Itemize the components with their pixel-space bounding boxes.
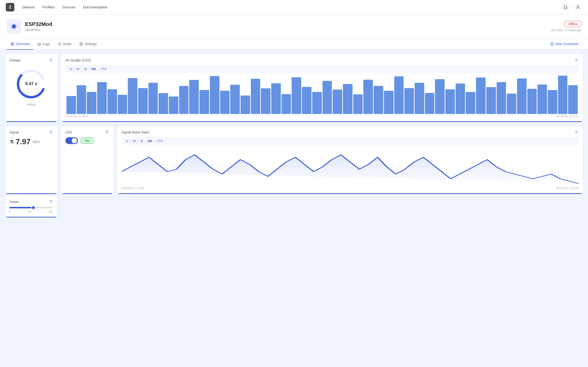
bar	[394, 76, 404, 114]
line-chart-svg	[121, 148, 579, 186]
svg-rect-2	[13, 24, 14, 25]
led-filter-icon[interactable]	[105, 130, 109, 134]
snr-tf-6m[interactable]: 6M	[146, 139, 153, 143]
tf-m[interactable]: M	[83, 67, 88, 71]
voltage-title: Voltage	[9, 58, 21, 62]
air-quality-filter-icon[interactable]	[574, 58, 579, 62]
bar	[230, 85, 240, 114]
signal-title-row: Signal	[9, 130, 53, 134]
signal-value: 7.97	[16, 137, 31, 146]
bar	[220, 91, 230, 114]
gauge-value-text: 9.47 v	[25, 81, 37, 86]
bar	[271, 83, 281, 114]
bar	[517, 78, 527, 114]
led-card-accent	[61, 193, 113, 194]
bar	[210, 76, 219, 114]
tf-w[interactable]: W	[75, 67, 81, 71]
bar	[107, 89, 117, 114]
bar	[527, 89, 537, 114]
bar	[476, 77, 486, 114]
bar	[486, 87, 496, 114]
air-quality-card-accent	[61, 121, 583, 122]
nav-logo[interactable]: Z	[6, 3, 14, 11]
signal-noise-title: Signal Noise Ratio	[121, 130, 149, 134]
bar	[282, 94, 291, 114]
bar	[333, 90, 342, 114]
power-card: Power 0 50 100	[5, 195, 57, 218]
nav-link-documentation[interactable]: Documentation	[83, 4, 107, 10]
air-quality-card: Air Quality (CO2) D | W | M | 6M | YTD 0…	[61, 54, 583, 122]
bar	[87, 92, 97, 114]
bar	[507, 94, 516, 114]
tf-ytd[interactable]: YTD	[99, 67, 108, 71]
voltage-gauge: 9.47 v voltage	[9, 65, 53, 108]
tab-overview[interactable]: Overview	[7, 39, 33, 50]
bar	[97, 82, 107, 114]
snr-tf-m[interactable]: M	[139, 139, 144, 143]
signal-flask-icon: ⚗	[9, 139, 14, 145]
bar	[425, 93, 435, 114]
signal-noise-title-row: Signal Noise Ratio	[121, 130, 579, 134]
svg-rect-1	[12, 25, 15, 28]
bar	[404, 88, 414, 114]
bar	[497, 82, 506, 114]
tf-6m[interactable]: 6M	[90, 67, 97, 71]
tab-logs[interactable]: Logs	[33, 39, 54, 50]
tf-d[interactable]: D	[68, 67, 73, 71]
power-min: 0	[9, 210, 11, 213]
bar	[241, 96, 250, 114]
tab-rules-label: Rules	[63, 42, 72, 46]
bar	[77, 85, 86, 114]
bar	[302, 87, 312, 114]
nav-link-sources[interactable]: Sources	[62, 4, 75, 10]
nav-link-profiles[interactable]: Profiles	[42, 4, 55, 10]
snr-tf-d[interactable]: D	[124, 139, 129, 143]
main-content: Voltage 9.47 v voltage Air Quality (CO2)	[0, 50, 588, 222]
bar	[558, 75, 568, 114]
tab-rules[interactable]: Rules	[54, 39, 76, 50]
last-seen: Last Seen: 17 hours ago	[550, 29, 581, 32]
voltage-card-accent	[5, 121, 57, 122]
user-profile-button[interactable]	[574, 3, 582, 11]
snr-tf-w[interactable]: W	[131, 139, 137, 143]
svg-rect-11	[13, 42, 14, 43]
led-state-badge: On	[81, 138, 94, 144]
voltage-filter-icon[interactable]	[49, 58, 53, 62]
new-command-button[interactable]: New Command	[547, 40, 581, 48]
bar	[537, 84, 547, 114]
led-content: On	[65, 137, 109, 144]
notifications-button[interactable]	[561, 3, 570, 11]
svg-rect-5	[14, 28, 15, 29]
voltage-label: voltage	[27, 103, 36, 106]
bar	[261, 88, 271, 114]
power-slider-area: 0 50 100	[9, 207, 53, 213]
bar	[415, 83, 424, 114]
tab-settings-label: Settings	[85, 42, 97, 46]
tab-settings[interactable]: Settings	[76, 39, 101, 50]
device-name: ESP32Mod	[25, 21, 52, 27]
led-card: LED On	[61, 125, 114, 194]
signal-filter-icon[interactable]	[49, 130, 53, 134]
power-slider-thumb[interactable]	[32, 206, 35, 209]
signal-noise-chart	[121, 148, 579, 186]
signal-noise-card: Signal Noise Ratio D | W | M | 6M | YTD	[117, 125, 583, 194]
nav-icons	[561, 3, 582, 11]
signal-noise-filter-icon[interactable]	[574, 130, 579, 134]
rules-icon	[58, 42, 61, 46]
bar	[312, 92, 322, 114]
led-toggle-knob	[72, 138, 77, 143]
nav-link-devices[interactable]: Devices	[22, 4, 35, 10]
logs-icon	[37, 42, 41, 46]
svg-rect-4	[13, 28, 14, 29]
bar	[445, 89, 455, 114]
led-toggle[interactable]	[65, 137, 78, 144]
tab-logs-label: Logs	[43, 42, 50, 46]
power-slider-fill	[9, 207, 33, 208]
led-title-row: LED	[65, 130, 109, 134]
power-title-row: Power	[9, 200, 53, 204]
svg-rect-10	[11, 42, 12, 43]
power-filter-icon[interactable]	[49, 200, 53, 204]
bar	[343, 84, 353, 114]
top-row: Voltage 9.47 v voltage Air Quality (CO2)	[5, 54, 583, 122]
snr-tf-ytd[interactable]: YTD	[155, 139, 164, 143]
